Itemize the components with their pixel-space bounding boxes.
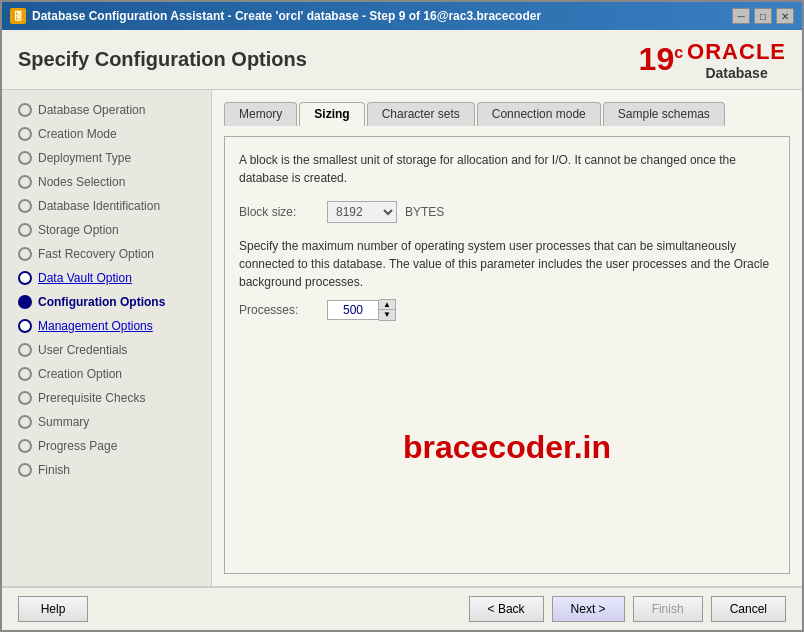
sidebar-item-progress-page: Progress Page bbox=[2, 434, 211, 458]
sidebar-label-3: Deployment Type bbox=[38, 151, 131, 165]
sidebar-item-deployment-type: Deployment Type bbox=[2, 146, 211, 170]
step-dot-12 bbox=[18, 367, 32, 381]
processes-row: Processes: ▲ ▼ bbox=[239, 299, 775, 321]
spinner-down-button[interactable]: ▼ bbox=[379, 310, 395, 320]
sidebar-item-configuration-options: ● Configuration Options bbox=[2, 290, 211, 314]
sidebar-item-prerequisite-checks: Prerequisite Checks bbox=[2, 386, 211, 410]
app-icon: 🗄 bbox=[10, 8, 26, 24]
step-dot-1 bbox=[18, 103, 32, 117]
sidebar-item-summary: Summary bbox=[2, 410, 211, 434]
main-window: 🗄 Database Configuration Assistant - Cre… bbox=[0, 0, 804, 632]
block-size-unit: BYTES bbox=[405, 205, 444, 219]
block-size-description: A block is the smallest unit of storage … bbox=[239, 151, 775, 187]
sidebar-item-fast-recovery: Fast Recovery Option bbox=[2, 242, 211, 266]
sidebar-label-2: Creation Mode bbox=[38, 127, 117, 141]
sidebar-label-16: Finish bbox=[38, 463, 70, 477]
sidebar-item-creation-option: Creation Option bbox=[2, 362, 211, 386]
tab-content-sizing: A block is the smallest unit of storage … bbox=[224, 136, 790, 574]
title-bar: 🗄 Database Configuration Assistant - Cre… bbox=[2, 2, 802, 30]
footer-left: Help bbox=[18, 596, 88, 622]
oracle-text: ORACLE Database bbox=[687, 39, 786, 81]
sidebar-item-database-identification: Database Identification bbox=[2, 194, 211, 218]
step-dot-10 bbox=[18, 319, 32, 333]
title-bar-controls[interactable]: ─ □ ✕ bbox=[732, 8, 794, 24]
content-area: Memory Sizing Character sets Connection … bbox=[212, 90, 802, 586]
sidebar-label-4: Nodes Selection bbox=[38, 175, 125, 189]
step-dot-8 bbox=[18, 271, 32, 285]
tab-sample-schemas[interactable]: Sample schemas bbox=[603, 102, 725, 126]
sidebar-item-nodes-selection: Nodes Selection bbox=[2, 170, 211, 194]
sidebar-label-11: User Credentials bbox=[38, 343, 127, 357]
sidebar-label-15: Progress Page bbox=[38, 439, 117, 453]
tab-bar: Memory Sizing Character sets Connection … bbox=[224, 102, 790, 126]
sidebar-item-database-operation: Database Operation bbox=[2, 98, 211, 122]
sidebar-item-finish: Finish bbox=[2, 458, 211, 482]
step-dot-9: ● bbox=[18, 295, 32, 309]
processes-input[interactable] bbox=[327, 300, 379, 320]
footer-right: < Back Next > Finish Cancel bbox=[469, 596, 786, 622]
sidebar-label-7: Fast Recovery Option bbox=[38, 247, 154, 261]
step-dot-13 bbox=[18, 391, 32, 405]
tab-memory[interactable]: Memory bbox=[224, 102, 297, 126]
oracle-db: Database bbox=[705, 65, 767, 81]
oracle-logo: 19c ORACLE Database bbox=[639, 39, 786, 81]
maximize-button[interactable]: □ bbox=[754, 8, 772, 24]
main-area: Database Operation Creation Mode Deploym… bbox=[2, 90, 802, 586]
header-bar: Specify Configuration Options 19c ORACLE… bbox=[2, 30, 802, 90]
step-dot-14 bbox=[18, 415, 32, 429]
watermark-text: bracecoder.in bbox=[403, 429, 611, 466]
sidebar-label-5: Database Identification bbox=[38, 199, 160, 213]
processes-spinner[interactable]: ▲ ▼ bbox=[327, 299, 396, 321]
step-dot-3 bbox=[18, 151, 32, 165]
processes-description: Specify the maximum number of operating … bbox=[239, 237, 775, 291]
tab-connection-mode[interactable]: Connection mode bbox=[477, 102, 601, 126]
tab-character-sets[interactable]: Character sets bbox=[367, 102, 475, 126]
close-button[interactable]: ✕ bbox=[776, 8, 794, 24]
oracle-word: ORACLE bbox=[687, 39, 786, 65]
sidebar: Database Operation Creation Mode Deploym… bbox=[2, 90, 212, 586]
block-size-row: Block size: 8192 4096 16384 BYTES bbox=[239, 201, 775, 223]
back-button[interactable]: < Back bbox=[469, 596, 544, 622]
step-dot-2 bbox=[18, 127, 32, 141]
step-dot-5 bbox=[18, 199, 32, 213]
cancel-button[interactable]: Cancel bbox=[711, 596, 786, 622]
step-dot-6 bbox=[18, 223, 32, 237]
block-size-select[interactable]: 8192 4096 16384 bbox=[327, 201, 397, 223]
sidebar-label-6: Storage Option bbox=[38, 223, 119, 237]
window-title: Database Configuration Assistant - Creat… bbox=[32, 9, 541, 23]
page-title: Specify Configuration Options bbox=[18, 48, 307, 71]
sidebar-label-10: Management Options bbox=[38, 319, 153, 333]
minimize-button[interactable]: ─ bbox=[732, 8, 750, 24]
step-dot-11 bbox=[18, 343, 32, 357]
title-bar-left: 🗄 Database Configuration Assistant - Cre… bbox=[10, 8, 541, 24]
sidebar-label-9: Configuration Options bbox=[38, 295, 165, 309]
step-dot-7 bbox=[18, 247, 32, 261]
tab-sizing[interactable]: Sizing bbox=[299, 102, 364, 126]
block-size-label: Block size: bbox=[239, 205, 319, 219]
sidebar-item-storage-option: Storage Option bbox=[2, 218, 211, 242]
help-button[interactable]: Help bbox=[18, 596, 88, 622]
finish-button[interactable]: Finish bbox=[633, 596, 703, 622]
sidebar-label-12: Creation Option bbox=[38, 367, 122, 381]
step-dot-4 bbox=[18, 175, 32, 189]
footer-bar: Help < Back Next > Finish Cancel bbox=[2, 586, 802, 630]
sidebar-label-1: Database Operation bbox=[38, 103, 145, 117]
processes-label: Processes: bbox=[239, 303, 319, 317]
sidebar-label-13: Prerequisite Checks bbox=[38, 391, 145, 405]
sidebar-item-user-credentials: User Credentials bbox=[2, 338, 211, 362]
sidebar-item-creation-mode: Creation Mode bbox=[2, 122, 211, 146]
oracle-version: 19c bbox=[639, 41, 684, 78]
sidebar-item-data-vault[interactable]: Data Vault Option bbox=[2, 266, 211, 290]
spinner-buttons: ▲ ▼ bbox=[379, 299, 396, 321]
processes-section: Specify the maximum number of operating … bbox=[239, 237, 775, 321]
step-dot-16 bbox=[18, 463, 32, 477]
sidebar-label-8: Data Vault Option bbox=[38, 271, 132, 285]
step-dot-15 bbox=[18, 439, 32, 453]
sidebar-label-14: Summary bbox=[38, 415, 89, 429]
next-button[interactable]: Next > bbox=[552, 596, 625, 622]
spinner-up-button[interactable]: ▲ bbox=[379, 300, 395, 310]
watermark-area: bracecoder.in bbox=[239, 335, 775, 559]
sidebar-item-management-options[interactable]: Management Options bbox=[2, 314, 211, 338]
